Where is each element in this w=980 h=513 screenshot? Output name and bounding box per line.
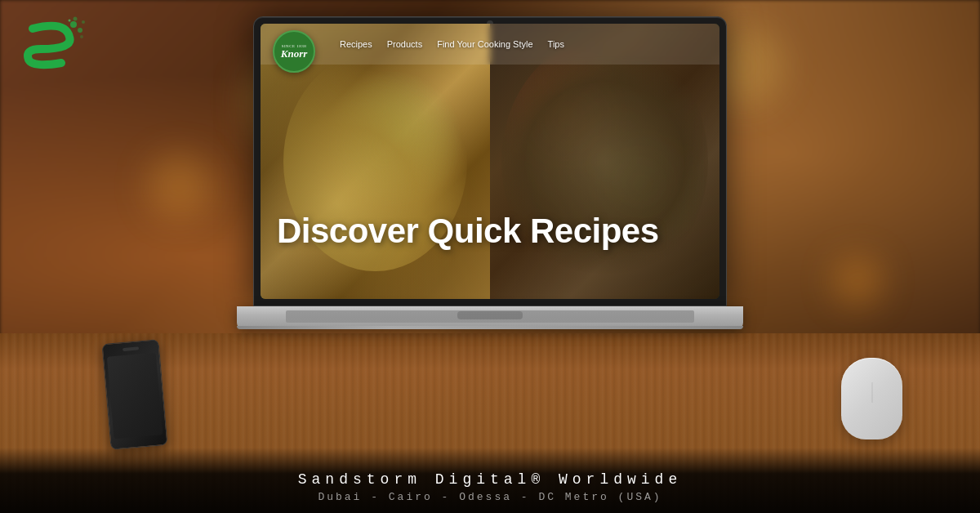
laptop: SINCE 1838 Knorr Recipes Products Find Y… [253,16,727,329]
screen-overlay [261,24,719,299]
knorr-logo: SINCE 1838 Knorr [273,30,315,73]
knorr-brand-name: Knorr [281,48,308,59]
company-name: Sandstorm Digital® Worldwide [298,471,682,488]
phone [101,339,167,450]
phone-screen [107,353,163,439]
svg-point-3 [74,17,78,21]
nav-cooking-style[interactable]: Find Your Cooking Style [437,39,532,49]
svg-point-1 [78,28,82,33]
svg-point-5 [80,35,83,38]
navbar: SINCE 1838 Knorr Recipes Products Find Y… [261,24,719,65]
nav-tips[interactable]: Tips [548,39,564,49]
hero-section: Discover Quick Recipes [277,212,703,250]
company-locations: Dubai - Cairo - Odessa - DC Metro (USA) [318,491,662,503]
computer-mouse [841,358,902,439]
keyboard-area [286,310,694,323]
svg-point-0 [70,21,77,28]
laptop-screen-frame: SINCE 1838 Knorr Recipes Products Find Y… [253,16,727,306]
laptop-base [237,306,743,329]
sandstorm-logo [16,12,90,69]
nav-links: Recipes Products Find Your Cooking Style… [340,39,564,49]
nav-recipes[interactable]: Recipes [340,39,372,49]
bottom-branding: Sandstorm Digital® Worldwide Dubai - Cai… [0,448,980,513]
nav-products[interactable]: Products [387,39,422,49]
svg-point-2 [82,20,85,24]
hero-title: Discover Quick Recipes [277,212,703,250]
bokeh-light-2 [147,154,212,219]
svg-point-4 [69,20,71,22]
screen-content: SINCE 1838 Knorr Recipes Products Find Y… [261,24,719,299]
bokeh-light-4 [833,256,882,306]
